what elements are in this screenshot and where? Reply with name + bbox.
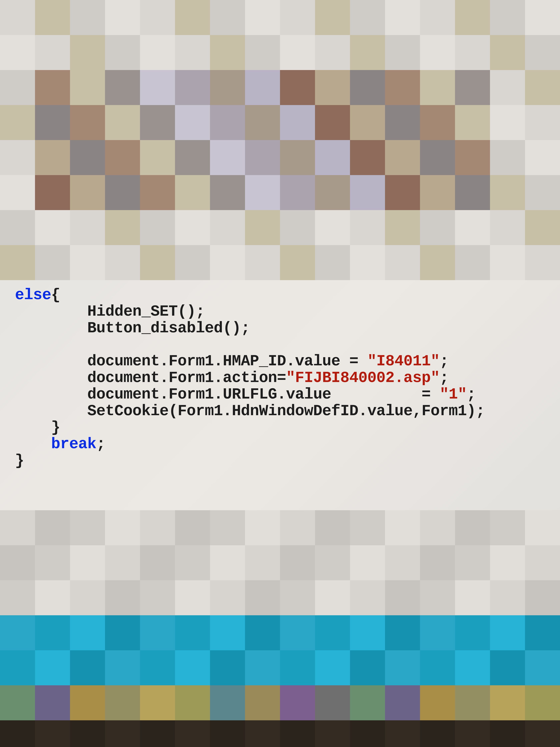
screen: else{ Hidden_SET(); Button_disabled(); d… bbox=[0, 0, 560, 747]
brace-open: { bbox=[51, 286, 60, 304]
semicolon: ; bbox=[440, 369, 449, 387]
code-line: document.Form1.HMAP_ID.value = bbox=[15, 353, 367, 370]
code-line: document.Form1.URLFLG.value = bbox=[15, 386, 440, 403]
semicolon: ; bbox=[466, 386, 476, 403]
string-literal: "FIJBI840002.asp" bbox=[286, 369, 440, 387]
code-line: Button_disabled(); bbox=[15, 319, 250, 337]
brace-close-outer: } bbox=[15, 452, 24, 469]
code-line: SetCookie(Form1.HdnWindowDefID.value,For… bbox=[15, 402, 485, 420]
keyword-break: break bbox=[51, 435, 96, 453]
string-literal: "1" bbox=[440, 386, 467, 403]
semicolon: ; bbox=[440, 353, 449, 370]
redacted-region-top bbox=[0, 0, 560, 280]
redacted-region-bottom bbox=[0, 510, 560, 747]
semicolon: ; bbox=[96, 435, 105, 453]
keyword-else: else bbox=[15, 286, 51, 304]
indent bbox=[15, 435, 51, 453]
brace-close-inner: } bbox=[15, 419, 60, 436]
code-editor-viewport: else{ Hidden_SET(); Button_disabled(); d… bbox=[0, 280, 560, 510]
string-literal: "I84011" bbox=[367, 353, 440, 370]
code-line: document.Form1.action= bbox=[15, 369, 286, 387]
code-line: Hidden_SET(); bbox=[15, 303, 205, 320]
code-block: else{ Hidden_SET(); Button_disabled(); d… bbox=[15, 287, 560, 469]
